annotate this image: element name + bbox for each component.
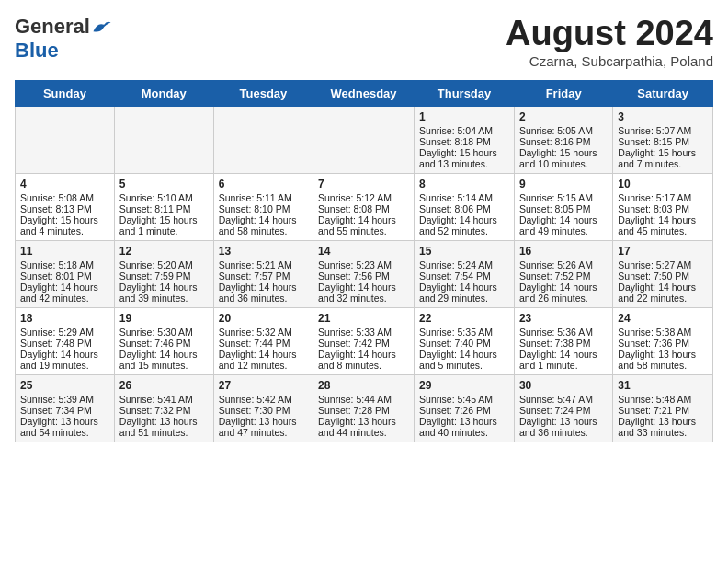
day-content: Sunrise: 5:30 AM xyxy=(119,327,209,338)
day-content: Sunrise: 5:15 AM xyxy=(519,192,608,203)
calendar-header: SundayMondayTuesdayWednesdayThursdayFrid… xyxy=(16,80,713,106)
day-content: Sunrise: 5:08 AM xyxy=(20,192,109,203)
day-number: 11 xyxy=(20,245,109,258)
day-content: and 36 minutes. xyxy=(219,293,308,304)
day-number: 29 xyxy=(419,379,509,392)
day-number: 9 xyxy=(519,178,608,190)
day-content: Sunset: 8:01 PM xyxy=(20,270,109,282)
day-content: Sunset: 7:26 PM xyxy=(419,405,509,416)
day-number: 24 xyxy=(618,312,708,325)
day-number: 10 xyxy=(618,178,708,190)
day-content: Sunset: 7:36 PM xyxy=(618,338,708,349)
day-content: Daylight: 13 hours xyxy=(318,416,409,427)
calendar-cell: 20Sunrise: 5:32 AMSunset: 7:44 PMDayligh… xyxy=(213,307,313,374)
weekday-header-friday: Friday xyxy=(514,80,612,106)
day-content: Daylight: 14 hours xyxy=(20,282,109,293)
calendar-cell: 14Sunrise: 5:23 AMSunset: 7:56 PMDayligh… xyxy=(313,240,415,307)
day-number: 22 xyxy=(419,312,509,325)
day-content: and 13 minutes. xyxy=(419,158,509,169)
calendar-cell: 5Sunrise: 5:10 AMSunset: 8:11 PMDaylight… xyxy=(114,173,213,240)
calendar-cell xyxy=(114,106,213,173)
day-content: and 40 minutes. xyxy=(419,427,509,438)
day-content: Sunrise: 5:23 AM xyxy=(318,259,409,270)
day-number: 20 xyxy=(219,312,308,325)
day-content: Daylight: 14 hours xyxy=(419,349,509,360)
day-content: Daylight: 15 hours xyxy=(618,147,708,158)
day-number: 4 xyxy=(20,178,109,190)
day-content: and 54 minutes. xyxy=(20,427,109,438)
logo: General Blue xyxy=(15,15,112,63)
day-number: 7 xyxy=(318,178,409,190)
day-content: Sunset: 8:16 PM xyxy=(519,136,608,147)
day-content: Daylight: 14 hours xyxy=(219,282,308,293)
day-content: Sunrise: 5:48 AM xyxy=(618,394,708,405)
day-content: Daylight: 14 hours xyxy=(219,349,308,360)
calendar-cell: 13Sunrise: 5:21 AMSunset: 7:57 PMDayligh… xyxy=(213,240,313,307)
day-content: Sunset: 7:57 PM xyxy=(219,270,308,282)
calendar-cell: 21Sunrise: 5:33 AMSunset: 7:42 PMDayligh… xyxy=(313,307,415,374)
day-content: Sunset: 7:46 PM xyxy=(119,338,209,349)
calendar-cell: 29Sunrise: 5:45 AMSunset: 7:26 PMDayligh… xyxy=(415,374,515,442)
calendar-week-row: 18Sunrise: 5:29 AMSunset: 7:48 PMDayligh… xyxy=(16,307,713,374)
day-number: 30 xyxy=(519,379,608,392)
weekday-header-row: SundayMondayTuesdayWednesdayThursdayFrid… xyxy=(16,80,713,106)
calendar-cell: 23Sunrise: 5:36 AMSunset: 7:38 PMDayligh… xyxy=(514,307,612,374)
day-content: Daylight: 14 hours xyxy=(419,282,509,293)
calendar-week-row: 25Sunrise: 5:39 AMSunset: 7:34 PMDayligh… xyxy=(16,374,713,442)
day-number: 31 xyxy=(618,379,708,392)
day-content: Sunset: 8:11 PM xyxy=(119,203,209,214)
day-content: Sunrise: 5:21 AM xyxy=(219,259,308,270)
calendar-cell: 26Sunrise: 5:41 AMSunset: 7:32 PMDayligh… xyxy=(114,374,213,442)
day-content: Sunset: 8:05 PM xyxy=(519,203,608,214)
day-content: Sunrise: 5:29 AM xyxy=(20,327,109,338)
weekday-header-tuesday: Tuesday xyxy=(213,80,313,106)
day-content: Sunrise: 5:45 AM xyxy=(419,394,509,405)
day-number: 21 xyxy=(318,312,409,325)
calendar-cell: 10Sunrise: 5:17 AMSunset: 8:03 PMDayligh… xyxy=(613,173,713,240)
day-number: 19 xyxy=(119,312,209,325)
weekday-header-wednesday: Wednesday xyxy=(313,80,415,106)
day-number: 2 xyxy=(519,110,608,123)
calendar-cell: 19Sunrise: 5:30 AMSunset: 7:46 PMDayligh… xyxy=(114,307,213,374)
day-content: Sunrise: 5:20 AM xyxy=(119,259,209,270)
page-header: General Blue August 2024 Czarna, Subcarp… xyxy=(15,15,713,69)
day-number: 18 xyxy=(20,312,109,325)
calendar-cell: 4Sunrise: 5:08 AMSunset: 8:13 PMDaylight… xyxy=(16,173,115,240)
day-content: and 15 minutes. xyxy=(119,360,209,371)
logo-general-text: General xyxy=(15,15,90,39)
day-content: Daylight: 13 hours xyxy=(618,416,708,427)
calendar-cell: 9Sunrise: 5:15 AMSunset: 8:05 PMDaylight… xyxy=(514,173,612,240)
day-content: Daylight: 13 hours xyxy=(618,349,708,360)
calendar-cell xyxy=(16,106,115,173)
day-content: Sunrise: 5:26 AM xyxy=(519,259,608,270)
day-content: and 39 minutes. xyxy=(119,293,209,304)
day-content: Sunrise: 5:05 AM xyxy=(519,125,608,136)
day-number: 25 xyxy=(20,379,109,392)
location-subtitle: Czarna, Subcarpathia, Poland xyxy=(506,53,713,69)
day-content: and 47 minutes. xyxy=(219,427,308,438)
calendar-cell: 1Sunrise: 5:04 AMSunset: 8:18 PMDaylight… xyxy=(415,106,515,173)
day-content: Sunset: 7:34 PM xyxy=(20,405,109,416)
day-number: 8 xyxy=(419,178,509,190)
day-content: Daylight: 14 hours xyxy=(20,349,109,360)
day-content: Sunset: 7:44 PM xyxy=(219,338,308,349)
calendar-cell: 12Sunrise: 5:20 AMSunset: 7:59 PMDayligh… xyxy=(114,240,213,307)
day-content: Daylight: 13 hours xyxy=(119,416,209,427)
calendar-cell: 3Sunrise: 5:07 AMSunset: 8:15 PMDaylight… xyxy=(613,106,713,173)
calendar-cell: 31Sunrise: 5:48 AMSunset: 7:21 PMDayligh… xyxy=(613,374,713,442)
day-content: Sunrise: 5:07 AM xyxy=(618,125,708,136)
day-content: Sunrise: 5:11 AM xyxy=(219,192,308,203)
day-number: 3 xyxy=(618,110,708,123)
day-content: Sunset: 7:21 PM xyxy=(618,405,708,416)
day-content: and 58 minutes. xyxy=(618,360,708,371)
day-content: Daylight: 14 hours xyxy=(519,282,608,293)
day-content: Sunset: 8:10 PM xyxy=(219,203,308,214)
day-content: Sunrise: 5:42 AM xyxy=(219,394,308,405)
calendar-cell: 25Sunrise: 5:39 AMSunset: 7:34 PMDayligh… xyxy=(16,374,115,442)
day-content: Sunset: 7:56 PM xyxy=(318,270,409,282)
day-content: Sunset: 7:30 PM xyxy=(219,405,308,416)
calendar-cell: 7Sunrise: 5:12 AMSunset: 8:08 PMDaylight… xyxy=(313,173,415,240)
day-content: Sunrise: 5:41 AM xyxy=(119,394,209,405)
calendar-cell: 28Sunrise: 5:44 AMSunset: 7:28 PMDayligh… xyxy=(313,374,415,442)
calendar-cell: 6Sunrise: 5:11 AMSunset: 8:10 PMDaylight… xyxy=(213,173,313,240)
